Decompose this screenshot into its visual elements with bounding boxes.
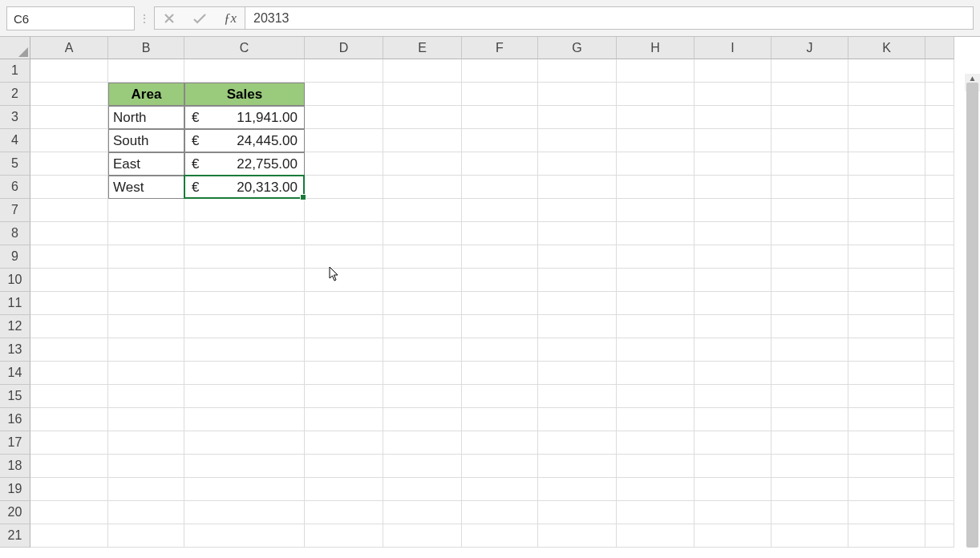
cell-K11[interactable] — [848, 292, 925, 315]
cell-J15[interactable] — [771, 385, 848, 408]
cell-D11[interactable] — [305, 292, 383, 315]
insert-function-icon[interactable]: ƒx — [221, 9, 240, 28]
cell-C21[interactable] — [184, 524, 305, 548]
cell-L1[interactable] — [925, 59, 954, 83]
row-header-6[interactable]: 6 — [0, 176, 30, 199]
cell-K19[interactable] — [848, 478, 925, 501]
cell-J13[interactable] — [771, 338, 848, 362]
row-header-20[interactable]: 20 — [0, 501, 30, 524]
cell-K10[interactable] — [848, 269, 925, 292]
name-box-wrapper[interactable]: ▼ — [6, 6, 135, 30]
cell-F6[interactable] — [462, 176, 538, 199]
cell-L6[interactable] — [925, 176, 954, 199]
cell-J9[interactable] — [771, 245, 848, 269]
cell-D17[interactable] — [305, 431, 383, 455]
cell-J7[interactable] — [771, 199, 848, 222]
cell-F9[interactable] — [462, 245, 538, 269]
cell-K1[interactable] — [848, 59, 925, 83]
cell-H1[interactable] — [617, 59, 695, 83]
cell-I8[interactable] — [695, 222, 771, 245]
cell-E10[interactable] — [383, 269, 462, 292]
cell-E18[interactable] — [383, 455, 462, 478]
cell-B11[interactable] — [108, 292, 184, 315]
cell-I11[interactable] — [695, 292, 771, 315]
cell-J17[interactable] — [771, 431, 848, 455]
cell-L14[interactable] — [925, 362, 954, 385]
cell-D5[interactable] — [305, 152, 383, 176]
cell-B20[interactable] — [108, 501, 184, 524]
cell-L3[interactable] — [925, 106, 954, 129]
cell-F4[interactable] — [462, 129, 538, 152]
row-header-3[interactable]: 3 — [0, 106, 30, 129]
cell-I18[interactable] — [695, 455, 771, 478]
cell-I17[interactable] — [695, 431, 771, 455]
row-header-11[interactable]: 11 — [0, 292, 30, 315]
cell-G2[interactable] — [538, 83, 617, 106]
cell-E13[interactable] — [383, 338, 462, 362]
col-header-E[interactable]: E — [383, 37, 462, 59]
cell-J21[interactable] — [771, 524, 848, 548]
row-header-12[interactable]: 12 — [0, 315, 30, 338]
cell-F1[interactable] — [462, 59, 538, 83]
cell-B12[interactable] — [108, 315, 184, 338]
cell-E4[interactable] — [383, 129, 462, 152]
cell-E16[interactable] — [383, 408, 462, 431]
cell-L13[interactable] — [925, 338, 954, 362]
cell-F5[interactable] — [462, 152, 538, 176]
cell-E9[interactable] — [383, 245, 462, 269]
cell-J11[interactable] — [771, 292, 848, 315]
scroll-thumb[interactable] — [966, 83, 978, 548]
cell-A21[interactable] — [30, 524, 108, 548]
cell-B19[interactable] — [108, 478, 184, 501]
cell-B6[interactable]: West — [108, 176, 184, 199]
cell-G11[interactable] — [538, 292, 617, 315]
cell-H17[interactable] — [617, 431, 695, 455]
cell-E20[interactable] — [383, 501, 462, 524]
cell-H9[interactable] — [617, 245, 695, 269]
cell-L4[interactable] — [925, 129, 954, 152]
row-header-21[interactable]: 21 — [0, 524, 30, 548]
col-header-I[interactable]: I — [695, 37, 771, 59]
col-header-D[interactable]: D — [305, 37, 383, 59]
cell-H19[interactable] — [617, 478, 695, 501]
cell-C5[interactable]: € 22,755.00 — [184, 152, 305, 176]
cell-D9[interactable] — [305, 245, 383, 269]
cell-H16[interactable] — [617, 408, 695, 431]
cell-F19[interactable] — [462, 478, 538, 501]
cell-C12[interactable] — [184, 315, 305, 338]
cell-I16[interactable] — [695, 408, 771, 431]
cell-I19[interactable] — [695, 478, 771, 501]
cell-C1[interactable] — [184, 59, 305, 83]
cell-H7[interactable] — [617, 199, 695, 222]
cell-A19[interactable] — [30, 478, 108, 501]
cell-F21[interactable] — [462, 524, 538, 548]
cell-L12[interactable] — [925, 315, 954, 338]
cell-L16[interactable] — [925, 408, 954, 431]
cell-A8[interactable] — [30, 222, 108, 245]
cell-H14[interactable] — [617, 362, 695, 385]
cell-K21[interactable] — [848, 524, 925, 548]
col-header-A[interactable]: A — [30, 37, 108, 59]
row-header-4[interactable]: 4 — [0, 129, 30, 152]
col-header-C[interactable]: C — [184, 37, 305, 59]
cell-L8[interactable] — [925, 222, 954, 245]
cell-J4[interactable] — [771, 129, 848, 152]
row-header-13[interactable]: 13 — [0, 338, 30, 362]
cell-E8[interactable] — [383, 222, 462, 245]
cell-J8[interactable] — [771, 222, 848, 245]
cell-J12[interactable] — [771, 315, 848, 338]
cell-H6[interactable] — [617, 176, 695, 199]
cell-J18[interactable] — [771, 455, 848, 478]
cell-K13[interactable] — [848, 338, 925, 362]
cell-K4[interactable] — [848, 129, 925, 152]
cell-G15[interactable] — [538, 385, 617, 408]
cell-L9[interactable] — [925, 245, 954, 269]
cell-A4[interactable] — [30, 129, 108, 152]
cell-B9[interactable] — [108, 245, 184, 269]
cell-I14[interactable] — [695, 362, 771, 385]
cell-B14[interactable] — [108, 362, 184, 385]
cell-L5[interactable] — [925, 152, 954, 176]
cell-K7[interactable] — [848, 199, 925, 222]
cell-C3[interactable]: € 11,941.00 — [184, 106, 305, 129]
cell-G18[interactable] — [538, 455, 617, 478]
